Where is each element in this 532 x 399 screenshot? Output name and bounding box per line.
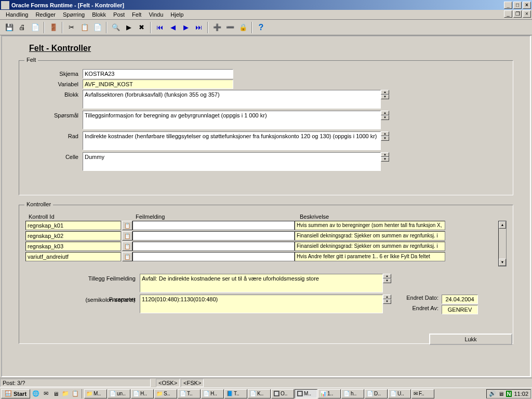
variabel-field[interactable]: AVF_INDIR_KOST	[83, 79, 233, 89]
menu-vindu[interactable]: Vindu	[145, 10, 167, 19]
tray-n-icon[interactable]: N	[506, 391, 512, 397]
feilmelding-field[interactable]	[132, 231, 295, 241]
lock-record-icon[interactable]: 🔒	[237, 22, 249, 33]
taskbar-task[interactable]: 📁S..	[154, 389, 177, 398]
query-cancel-icon[interactable]: ✖	[136, 22, 148, 33]
kontroll-id-field[interactable]: regnskap_k01	[25, 221, 121, 230]
beskrivelse-field: Finansiell dekningsgrad: Sjekker om summ…	[295, 242, 445, 251]
mdi-close-button[interactable]: ×	[523, 10, 531, 18]
query-execute-icon[interactable]: ▶	[123, 22, 135, 33]
kontroll-row: regnskap_k02📋Finansiell dekningsgrad: Sj…	[25, 231, 498, 241]
cut-icon[interactable]: ✂	[65, 22, 77, 33]
menu-rediger[interactable]: Rediger	[32, 10, 59, 19]
kontroll-lookup-button[interactable]: 📋	[122, 231, 132, 241]
taskbar-task[interactable]: 🔲M..	[295, 389, 317, 398]
taskbar-task[interactable]: 🔲O..	[271, 389, 294, 398]
taskbar-task[interactable]: 📄un..	[108, 389, 130, 398]
menu-handling[interactable]: Handling	[2, 10, 32, 19]
paste-icon[interactable]: 📄	[91, 22, 103, 33]
last-record-icon[interactable]: ⏭	[193, 22, 205, 33]
taskbar-task[interactable]: 📄U..	[388, 389, 411, 398]
sporsmal-down-icon[interactable]: ▼	[381, 115, 389, 120]
taskbar-task[interactable]: 📁M..	[84, 389, 107, 398]
maximize-button[interactable]: □	[513, 2, 522, 9]
menu-sporring[interactable]: Spørring	[59, 10, 88, 19]
print-setup-icon[interactable]: 📄	[29, 22, 41, 33]
rad-up-icon[interactable]: ▲	[381, 131, 389, 136]
taskbar-task[interactable]: 📘T..	[224, 389, 247, 398]
param-down-icon[interactable]: ▼	[383, 299, 391, 304]
taskbar-task[interactable]: 📄h..	[341, 389, 364, 398]
mdi-minimize-button[interactable]: _	[504, 10, 512, 18]
prev-record-icon[interactable]: ◀	[167, 22, 179, 33]
menubar: Handling Rediger Spørring Blokk Post Fel…	[0, 10, 532, 20]
start-button[interactable]: 🪟 Start	[1, 389, 30, 398]
param-up-icon[interactable]: ▲	[383, 295, 391, 299]
lukk-button[interactable]: Lukk	[429, 334, 512, 345]
tray-icon-2[interactable]: 🖥	[498, 391, 504, 397]
next-record-icon[interactable]: ▶	[180, 22, 192, 33]
sporsmal-up-icon[interactable]: ▲	[381, 111, 389, 115]
celle-down-icon[interactable]: ▼	[381, 157, 389, 162]
menu-hjelp[interactable]: Hjelp	[167, 10, 187, 19]
query-enter-icon[interactable]: 🔍	[110, 22, 122, 33]
kontroll-id-field[interactable]: variutf_andreiutf	[25, 252, 121, 261]
celle-field[interactable]: Dummy	[83, 152, 381, 171]
feilmelding-field[interactable]	[132, 252, 295, 261]
blokk-up-icon[interactable]: ▲	[381, 90, 389, 95]
tillegg-down-icon[interactable]: ▼	[383, 278, 391, 283]
close-button[interactable]: ×	[523, 2, 531, 9]
kontroller-scrollbar[interactable]: ▲ ▼	[498, 221, 507, 267]
status-fsk: <FSK>	[181, 379, 204, 387]
taskbar-task[interactable]: 📊1..	[318, 389, 341, 398]
taskbar-task[interactable]: 📄K..	[248, 389, 271, 398]
help-icon[interactable]: ?	[255, 22, 267, 33]
insert-record-icon[interactable]: ➕	[211, 22, 223, 33]
menu-blokk[interactable]: Blokk	[88, 10, 110, 19]
ql-desktop-icon[interactable]: 🖥	[51, 389, 60, 398]
endret-dato-label: Endret Dato:	[403, 295, 442, 304]
kontroll-lookup-button[interactable]: 📋	[122, 252, 132, 261]
tillegg-up-icon[interactable]: ▲	[383, 274, 391, 278]
kontroll-id-field[interactable]: regnskap_k03	[25, 242, 121, 251]
tray-icon-1[interactable]: 🔊	[489, 390, 496, 397]
rad-down-icon[interactable]: ▼	[381, 136, 389, 141]
kontroll-id-field[interactable]: regnskap_k02	[25, 231, 121, 241]
scroll-down-icon[interactable]: ▼	[499, 259, 506, 266]
mdi-restore-button[interactable]: ❐	[513, 10, 522, 18]
beskrivelse-field: Hvis summen av to beregninger (som hente…	[295, 221, 445, 230]
taskbar-task[interactable]: 📄D..	[365, 389, 388, 398]
scroll-up-icon[interactable]: ▲	[499, 221, 506, 229]
ql-explorer-icon[interactable]: 📁	[61, 389, 70, 398]
rad-field[interactable]: Indirekte kostnader (henførbare tilleggs…	[83, 131, 381, 150]
blokk-down-icon[interactable]: ▼	[381, 95, 389, 99]
param-field[interactable]: 1120(010:480):1130(010:480)	[140, 295, 383, 313]
tillegg-field[interactable]: Avfall: De indirekte kostnadene ser ut t…	[140, 274, 383, 292]
save-icon[interactable]: 💾	[3, 22, 15, 33]
celle-up-icon[interactable]: ▲	[381, 152, 389, 157]
first-record-icon[interactable]: ⏮	[154, 22, 166, 33]
ql-app-icon[interactable]: 📋	[71, 389, 80, 398]
feilmelding-field[interactable]	[132, 242, 295, 251]
systray: 🔊 🖥 N 11:02	[486, 389, 531, 398]
blokk-field[interactable]: Avfallssektoren (forbruksavfall) (funksj…	[83, 90, 381, 109]
minimize-button[interactable]: _	[504, 2, 512, 9]
feilmelding-field[interactable]	[132, 221, 295, 230]
menu-post[interactable]: Post	[110, 10, 128, 19]
skjema-label: Skjema	[25, 69, 83, 78]
print-icon[interactable]: 🖨	[16, 22, 28, 33]
taskbar-task[interactable]: 📄H..	[131, 389, 154, 398]
menu-felt[interactable]: Felt	[128, 10, 145, 19]
taskbar-task[interactable]: 📄T..	[178, 389, 201, 398]
ql-outlook-icon[interactable]: ✉	[41, 389, 50, 398]
taskbar-task[interactable]: 📄H..	[201, 389, 224, 398]
kontroll-lookup-button[interactable]: 📋	[122, 221, 132, 230]
kontroll-lookup-button[interactable]: 📋	[122, 242, 132, 251]
exit-icon[interactable]: 🚪	[47, 22, 59, 33]
copy-icon[interactable]: 📋	[78, 22, 90, 33]
skjema-field[interactable]: KOSTRA23	[83, 69, 233, 78]
ql-ie-icon[interactable]: 🌐	[31, 389, 41, 398]
remove-record-icon[interactable]: ➖	[224, 22, 236, 33]
sporsmal-field[interactable]: Tilleggsinformasjon for beregning av geb…	[83, 111, 381, 129]
taskbar-task[interactable]: ✉F..	[411, 389, 434, 398]
